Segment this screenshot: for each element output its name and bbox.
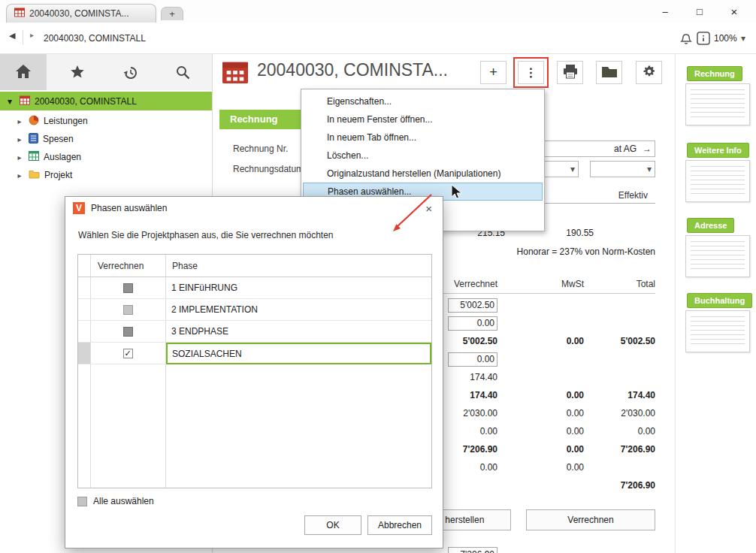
amount-row: 5'002.50 (421, 296, 655, 314)
menu-item-neues-fenster[interactable]: In neuem Fenster öffnen... (301, 110, 544, 128)
mwst-value: 0.00 (497, 426, 584, 437)
page-thumbnail[interactable] (685, 83, 750, 125)
verrechnen-checkbox[interactable] (123, 327, 133, 337)
gear-icon (642, 64, 657, 81)
chevron-down-icon[interactable]: ▾ (741, 33, 745, 44)
menu-item-eigenschaften[interactable]: Eigenschaften... (301, 92, 544, 110)
maximize-button[interactable]: □ (682, 0, 717, 23)
search-button[interactable] (174, 64, 191, 83)
breadcrumb-arrow-icon: ▸ (30, 31, 34, 39)
expand-open-icon[interactable]: ▾ (0, 96, 20, 107)
tree-item-leistungen[interactable]: ▸ Leistungen (0, 112, 212, 130)
mwst-value: 0.00 (497, 408, 584, 419)
tree-item-root[interactable]: ▾ 20040030, COMINSTALL (0, 92, 212, 110)
home-button[interactable] (0, 54, 47, 90)
mwst-value: 0.00 (497, 462, 584, 473)
verrechnet-input[interactable]: 0.00 (448, 316, 497, 331)
phase-row[interactable]: 2 IMPLEMENTATION (78, 299, 431, 321)
row-selector[interactable] (78, 299, 90, 320)
phase-row[interactable]: 3 ENDPHASE (78, 321, 431, 343)
kebab-menu-button[interactable]: ⋮ (518, 61, 544, 84)
tree-item-label: Projekt (44, 170, 72, 180)
panel-label[interactable]: Weitere Info (687, 143, 749, 158)
col-phase: Phase (165, 261, 198, 271)
dialog-close-button[interactable]: × (422, 202, 435, 215)
divider (23, 30, 23, 45)
phase-name: 3 ENDPHASE (165, 326, 431, 337)
ok-button[interactable]: OK (304, 515, 361, 535)
printer-icon (562, 64, 579, 81)
page-thumbnail[interactable] (685, 310, 750, 352)
table-icon (29, 151, 39, 163)
verrechnet-input[interactable]: 0.00 (448, 352, 497, 367)
phase-name-editing[interactable]: SOZIALSACHEN (166, 343, 431, 364)
select-all-row[interactable]: Alle auswählen (77, 496, 154, 506)
back-button[interactable]: ◀ (9, 31, 15, 41)
tree-item-projekt[interactable]: ▸ Projekt (0, 166, 212, 184)
history-button[interactable] (122, 64, 140, 84)
favorites-button[interactable] (69, 64, 86, 83)
new-tab-button[interactable]: + (161, 7, 183, 20)
total-value: 174.40 (584, 390, 655, 400)
amount-row: 0.00 (421, 314, 655, 332)
add-button[interactable]: + (480, 61, 507, 84)
document-tab[interactable]: 20040030, COMINSTA... (6, 4, 156, 23)
folder-icon (29, 169, 40, 181)
expand-closed-icon[interactable]: ▸ (11, 117, 29, 125)
zoom-level[interactable]: 100% (714, 33, 737, 44)
phase-name: 1 EINFüHRUNG (165, 283, 431, 293)
minimize-button[interactable]: – (648, 0, 682, 23)
expand-closed-icon[interactable]: ▸ (11, 153, 29, 162)
tree-item-auslagen[interactable]: ▸ Auslagen (0, 148, 212, 166)
cancel-button[interactable]: Abbrechen (367, 515, 432, 535)
breadcrumb[interactable]: 20040030, COMINSTALL (44, 33, 146, 44)
phase-row-selected[interactable]: ✓ SOZIALSACHEN (78, 343, 431, 364)
tree-item-spesen[interactable]: ▸ Spesen (0, 130, 212, 148)
info-icon[interactable] (697, 32, 710, 47)
total-value: 5'002.50 (584, 336, 655, 346)
verrechnen-checkbox[interactable] (123, 305, 133, 315)
invoice-icon (20, 95, 30, 107)
print-button[interactable] (557, 61, 583, 84)
close-button[interactable]: × (717, 0, 751, 23)
page-thumbnail[interactable] (685, 235, 750, 277)
row-selector[interactable] (78, 277, 90, 298)
panel-buchhaltung[interactable]: Buchhaltung (685, 293, 751, 352)
verrechnen-checkbox-checked[interactable]: ✓ (123, 349, 133, 358)
expand-closed-icon[interactable]: ▸ (11, 171, 29, 180)
col-total: Total (584, 279, 655, 289)
partner-value: at AG (614, 144, 637, 154)
dialog-description: Wählen Sie die Projektphasen aus, die Si… (78, 230, 334, 240)
left-toolbar (0, 54, 212, 90)
panel-label[interactable]: Rechnung (687, 66, 742, 81)
page-thumbnail[interactable] (685, 160, 750, 202)
dialog-title: Phasen auswählen (91, 203, 167, 213)
verrechnet-input[interactable]: 5'002.50 (448, 298, 497, 313)
folder-button[interactable] (596, 61, 622, 84)
verrechnen-button[interactable]: Verrechnen (526, 509, 655, 530)
bell-icon[interactable] (679, 31, 694, 48)
panel-rechnung[interactable]: Rechnung (685, 66, 751, 125)
arrow-right-icon[interactable]: → (643, 144, 652, 154)
thumbnail-lines (691, 89, 745, 121)
row-selector[interactable] (78, 343, 90, 364)
total-value: 7'206.90 (584, 444, 655, 455)
settings-button[interactable] (636, 61, 662, 84)
menu-item-neuer-tab[interactable]: In neuem Tab öffnen... (301, 128, 544, 147)
menu-item-originalzustand[interactable]: Originalzustand herstellen (Manipulation… (301, 165, 544, 183)
row-selector[interactable] (78, 321, 90, 342)
verrechnet-input[interactable]: 7'206.90 (448, 547, 497, 553)
panel-adresse[interactable]: Adresse (685, 218, 751, 277)
panel-label[interactable]: Adresse (687, 218, 734, 233)
verrechnen-checkbox[interactable] (123, 283, 133, 293)
select-all-checkbox[interactable] (77, 497, 87, 506)
phase-row[interactable]: 1 EINFüHRUNG (78, 277, 431, 299)
column-header-effektiv: Effektiv (594, 190, 648, 201)
total-value: 2'030.00 (584, 408, 655, 419)
menu-item-loeschen[interactable]: Löschen... (301, 147, 544, 165)
expand-closed-icon[interactable]: ▸ (11, 135, 29, 144)
amount-grand-total-row: 7'206.90 (421, 476, 655, 494)
panel-weitere-info[interactable]: Weitere Info (685, 143, 751, 202)
panel-label[interactable]: Buchhaltung (687, 293, 752, 308)
combo-2[interactable]: ▾ (590, 161, 655, 177)
